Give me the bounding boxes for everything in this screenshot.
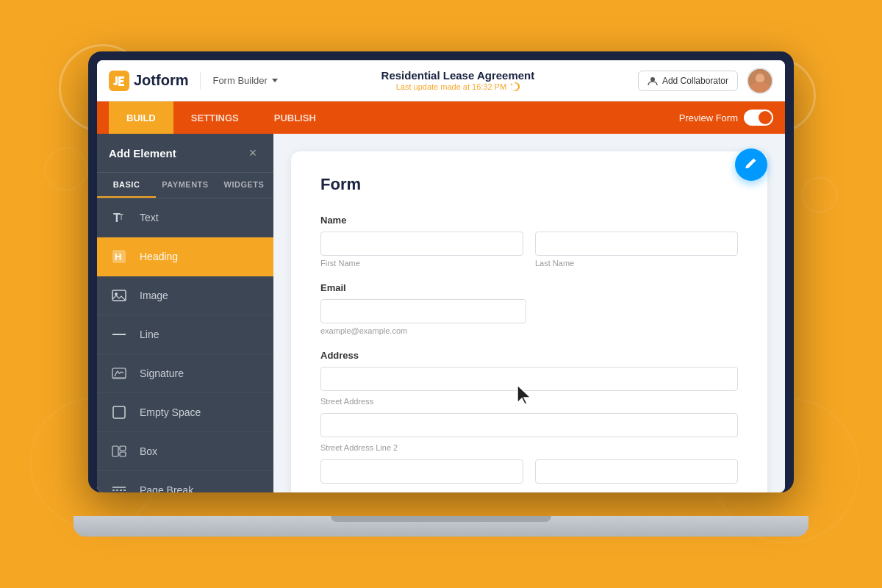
name-label: Name [320,215,738,226]
sidebar-tab-basic[interactable]: BASIC [97,173,156,198]
pencil-icon [743,157,759,173]
heading-icon: H [109,246,129,267]
refresh-icon [509,82,520,92]
text-icon: T T [109,207,129,228]
form-group-email: Email example@example.com [320,282,738,335]
sidebar: Add Element × BASIC PAYMENTS WIDGETS [97,134,273,492]
logo-divider [200,72,201,90]
sidebar-item-line-label: Line [140,329,159,340]
form-group-name: Name First Name Last Name [320,215,738,268]
email-label: Email [320,282,738,293]
sidebar-tabs: BASIC PAYMENTS WIDGETS [97,173,273,198]
svg-point-1 [650,77,655,82]
sidebar-item-image[interactable]: Image [97,276,273,315]
user-avatar[interactable] [747,68,773,94]
email-input[interactable] [320,299,526,323]
street-address-line2-input[interactable] [320,413,738,437]
right-actions: Add Collaborator [638,68,773,94]
edit-fab-button[interactable] [735,148,767,181]
preview-form-label: Preview Form [679,112,738,123]
add-collaborator-button[interactable]: Add Collaborator [638,71,738,91]
signature-icon [109,363,129,384]
sidebar-item-empty-space-label: Empty Space [140,406,201,418]
form-card: Form Name First Name [291,151,767,492]
sidebar-tab-payments-label: PAYMENTS [162,180,208,189]
close-sidebar-button[interactable]: × [244,144,262,162]
chevron-down-icon [272,79,278,82]
sidebar-item-page-break-label: Page Break [140,484,193,492]
svg-rect-14 [112,446,118,456]
logo-area: Jotform Form Builder [109,71,278,91]
city-state-row [320,459,738,484]
sidebar-item-signature-label: Signature [140,368,184,379]
sidebar-title: Add Element [109,147,176,159]
address-line2-group: Street Address Line 2 [320,413,738,452]
laptop-frame: Jotform Form Builder Residential Lease A… [88,51,794,537]
form-canvas: Form Name First Name [273,134,785,492]
jotform-logo: Jotform [109,71,188,91]
last-name-input[interactable] [535,232,738,256]
email-hint: example@example.com [320,326,738,335]
sidebar-item-heading[interactable]: H Heading [97,237,273,276]
empty-space-icon [109,402,129,423]
sidebar-item-box[interactable]: Box [97,432,273,471]
form-title: Residential Lease Agreement [287,69,629,82]
add-collaborator-label: Add Collaborator [662,76,728,86]
last-update-text: Last update made at 16:32 PM [396,82,506,91]
sidebar-tab-basic-label: BASIC [113,180,140,189]
sidebar-item-line[interactable]: Line [97,315,273,354]
address-label: Address [320,350,738,361]
form-builder-dropdown[interactable]: Form Builder [212,75,277,86]
sidebar-item-image-label: Image [140,290,168,301]
sidebar-item-heading-label: Heading [140,251,178,262]
form-builder-label: Form Builder [212,75,267,86]
sidebar-items-list: T T Text H [97,198,273,492]
city-field-group [320,459,523,484]
form-card-title: Form [320,175,738,194]
svg-rect-15 [120,446,126,451]
sidebar-item-text[interactable]: T T Text [97,198,273,237]
first-name-field-group: First Name [320,232,523,268]
tab-bar: BUILD SETTINGS PUBLISH Preview Form [97,101,785,134]
street-address-line2-hint: Street Address Line 2 [320,443,738,452]
tab-build[interactable]: BUILD [109,101,173,134]
laptop-screen: Jotform Form Builder Residential Lease A… [88,51,794,492]
tab-build-label: BUILD [126,112,156,123]
sidebar-header: Add Element × [97,134,273,173]
sidebar-tab-widgets-label: WIDGETS [224,180,265,189]
sidebar-item-empty-space[interactable]: Empty Space [97,393,273,432]
center-title-area: Residential Lease Agreement Last update … [287,69,629,92]
street-address-hint: Street Address [320,397,738,406]
first-name-hint: First Name [320,259,523,268]
tab-settings-label: SETTINGS [191,112,239,123]
page-break-icon [109,480,129,492]
tab-publish[interactable]: PUBLISH [257,101,334,134]
sidebar-item-page-break[interactable]: Page Break [97,471,273,492]
line-icon [109,324,129,345]
last-name-hint: Last Name [535,259,738,268]
logo-text: Jotform [134,72,188,89]
svg-rect-13 [113,406,125,418]
box-icon [109,441,129,462]
preview-form-toggle[interactable] [744,110,773,126]
jotform-logo-icon [109,71,129,91]
street-address-input[interactable] [320,367,738,391]
state-input[interactable] [535,459,738,484]
main-content: Add Element × BASIC PAYMENTS WIDGETS [97,134,785,492]
svg-text:H: H [115,251,121,262]
name-fields-row: First Name Last Name [320,232,738,268]
svg-text:T: T [119,213,123,221]
sidebar-item-text-label: Text [140,212,159,223]
sidebar-tab-payments[interactable]: PAYMENTS [156,173,215,198]
sidebar-item-signature[interactable]: Signature [97,354,273,393]
first-name-input[interactable] [320,232,523,256]
last-update: Last update made at 16:32 PM [287,82,629,92]
svg-point-3 [756,74,764,82]
form-group-address: Address Street Address Street Address Li… [320,350,738,484]
sidebar-tab-widgets[interactable]: WIDGETS [215,173,273,198]
avatar-image [748,69,772,93]
tab-publish-label: PUBLISH [274,112,316,123]
image-icon [109,285,129,306]
tab-settings[interactable]: SETTINGS [173,101,257,134]
city-input[interactable] [320,459,523,484]
